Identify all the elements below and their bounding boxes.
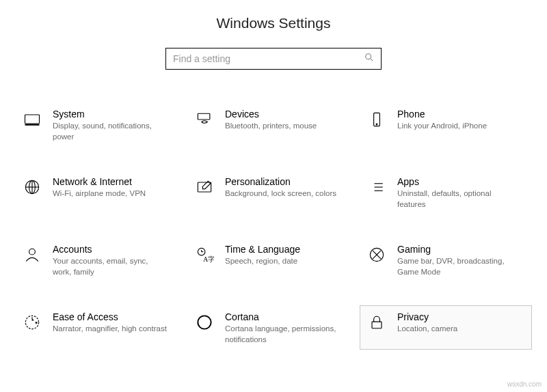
svg-rect-2 — [25, 115, 40, 124]
tile-title: Network & Internet — [53, 176, 146, 187]
phone-icon — [364, 107, 389, 132]
ease-of-access-icon — [20, 310, 44, 335]
tile-phone[interactable]: Phone Link your Android, iPhone — [360, 102, 532, 147]
tile-title: Gaming — [397, 244, 513, 255]
apps-icon — [364, 175, 389, 199]
tile-title: Apps — [397, 176, 513, 187]
tile-desc: Uninstall, defaults, optional features — [397, 188, 513, 210]
tile-desc: Game bar, DVR, broadcasting, Game Mode — [397, 256, 513, 277]
tile-personalization[interactable]: Personalization Background, lock screen,… — [187, 170, 360, 214]
devices-icon — [192, 107, 217, 132]
tile-desc: Background, lock screen, colors — [225, 188, 336, 199]
page-title: Windows Settings — [0, 0, 547, 48]
svg-line-1 — [371, 59, 373, 61]
tile-system[interactable]: System Display, sound, notifications, po… — [15, 102, 187, 147]
tile-devices[interactable]: Devices Bluetooth, printers, mouse — [187, 102, 360, 147]
tile-title: Phone — [397, 109, 487, 120]
tile-desc: Link your Android, iPhone — [397, 121, 487, 132]
svg-point-30 — [198, 316, 211, 328]
tile-gaming[interactable]: Gaming Game bar, DVR, broadcasting, Game… — [360, 238, 532, 282]
gaming-icon — [364, 242, 389, 267]
tile-title: Personalization — [225, 176, 336, 187]
tile-title: Cortana — [225, 311, 341, 322]
tile-title: Accounts — [53, 244, 169, 255]
svg-point-0 — [366, 54, 371, 59]
cortana-icon — [192, 310, 217, 335]
tile-cortana[interactable]: Cortana Cortana language, permissions, n… — [187, 305, 360, 350]
tile-desc: Your accounts, email, sync, work, family — [53, 256, 169, 277]
search-icon — [364, 53, 374, 65]
accounts-icon — [20, 242, 44, 267]
system-icon — [20, 107, 44, 132]
tile-title: Time & Language — [225, 244, 300, 255]
tile-desc: Speech, region, date — [225, 256, 300, 267]
tile-apps[interactable]: Apps Uninstall, defaults, optional featu… — [360, 170, 532, 214]
tile-title: Privacy — [397, 311, 457, 322]
svg-rect-4 — [198, 113, 210, 120]
tile-desc: Narrator, magnifier, high contrast — [53, 324, 167, 335]
svg-rect-31 — [372, 322, 382, 328]
watermark: wsxdn.com — [507, 380, 542, 388]
svg-point-21 — [29, 249, 36, 255]
svg-rect-14 — [198, 182, 211, 192]
svg-point-9 — [376, 124, 377, 125]
tile-desc: Display, sound, notifications, power — [53, 121, 169, 142]
svg-text:A字: A字 — [203, 255, 214, 263]
tile-privacy[interactable]: Privacy Location, camera — [360, 305, 532, 350]
tile-network[interactable]: Network & Internet Wi-Fi, airplane mode,… — [15, 170, 187, 214]
tile-time-language[interactable]: A字 Time & Language Speech, region, date — [187, 238, 360, 282]
tile-desc: Wi-Fi, airplane mode, VPN — [53, 188, 146, 199]
privacy-icon — [364, 310, 389, 335]
tile-title: Devices — [225, 109, 317, 120]
tile-title: System — [53, 109, 169, 120]
tile-accounts[interactable]: Accounts Your accounts, email, sync, wor… — [15, 238, 187, 282]
time-language-icon: A字 — [192, 242, 217, 267]
search-input[interactable] — [173, 53, 364, 64]
personalization-icon — [192, 175, 217, 199]
settings-grid: System Display, sound, notifications, po… — [0, 102, 547, 350]
tile-desc: Bluetooth, printers, mouse — [225, 121, 317, 132]
tile-desc: Location, camera — [397, 324, 457, 335]
search-box[interactable] — [165, 48, 382, 70]
globe-icon — [20, 175, 44, 199]
tile-title: Ease of Access — [53, 311, 167, 322]
tile-desc: Cortana language, permissions, notificat… — [225, 324, 341, 345]
tile-ease-of-access[interactable]: Ease of Access Narrator, magnifier, high… — [15, 305, 187, 350]
